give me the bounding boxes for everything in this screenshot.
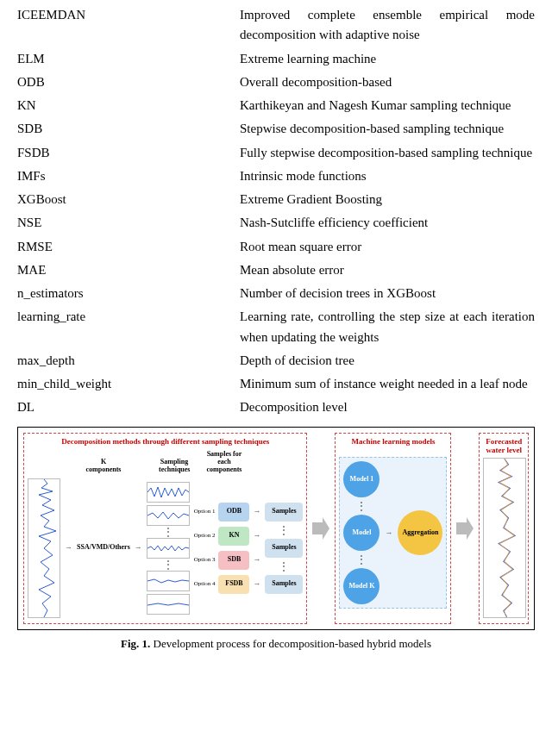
arrow-icon: → [253,506,260,518]
kcomponents-header: K components [83,459,124,474]
panel-ml-title: Machine learning models [339,437,447,447]
sampling-option-row: Option 2KN→ [194,527,261,546]
panel-decomposition-title: Decomposition methods through different … [28,437,303,447]
table-row: MAEMean absolute error [17,259,535,282]
abbrev-definition: Root mean square error [240,235,535,259]
table-row: learning_rateLearning rate, controlling … [17,305,535,349]
abbrev-term: RMSE [17,235,240,259]
abbrev-term: FSDB [17,141,240,165]
abbrev-term: IMFs [17,165,240,188]
abbrev-definition: Number of decision trees in XGBoost [240,282,535,305]
model-column: Model 1 ⋮ Model ⋮ Model K [343,461,380,604]
abbrev-definition: Intrinsic mode functions [240,165,535,188]
table-row: ELMExtreme learning machine [17,47,535,71]
k-components-column: ⋮ ⋮ [147,482,190,615]
table-row: IMFsIntrinsic mode functions [17,165,535,188]
table-row: ICEEMDANImproved complete ensemble empir… [17,3,535,47]
sampling-box-kn: KN [218,527,249,546]
abbrev-definition: Nash-Sutcliffe efficiency coefficient [240,211,535,234]
figure-caption-text: Development process for decomposition-ba… [150,637,431,650]
abbrev-definition: Stepwise decomposition-based sampling te… [240,117,535,141]
abbrev-term: ICEEMDAN [17,3,240,47]
sampling-header: Sampling techniques [159,459,190,474]
abbrev-definition: Fully stepwise decomposition-based sampl… [240,141,535,165]
abbrev-definition: Extreme learning machine [240,47,535,71]
table-row: NSENash-Sutcliffe efficiency coefficient [17,211,535,234]
panel-ml-models: Machine learning models Model 1 ⋮ Model … [335,433,451,624]
abbrev-term: SDB [17,117,240,141]
arrow-icon: → [65,542,72,554]
table-row: SDBStepwise decomposition-based sampling… [17,117,535,141]
abbrev-term: MAE [17,259,240,282]
table-row: FSDBFully stepwise decomposition-based s… [17,141,535,165]
ellipsis-icon: ⋮ [163,561,173,568]
panel-decomposition: Decomposition methods through different … [23,433,307,624]
abbrev-term: DL [17,396,240,419]
table-row: min_child_weightMinimum sum of instance … [17,372,535,396]
samples-box: Samples [265,503,303,522]
component-plot [147,538,190,559]
abbrev-definition: Depth of decision tree [240,349,535,372]
abbrev-definition: Improved complete ensemble empirical mod… [240,3,535,47]
component-plot [147,571,190,591]
sampling-options-column: Option 1ODB→Option 2KN→Option 3SDB→Optio… [194,503,261,594]
model-node: Model K [343,568,380,604]
abbrev-term: XGBoost [17,188,240,211]
abbrev-definition: Extreme Gradient Boosting [240,188,535,211]
sampling-box-odb: ODB [218,503,249,522]
model-node: Model 1 [343,461,380,497]
panel-output: Forecasted water level [479,433,529,624]
samples-box: Samples [265,575,303,594]
samples-column: Samples ⋮ Samples ⋮ Samples [265,503,303,594]
samples-box: Samples [265,539,303,558]
figure-1: Decomposition methods through different … [17,427,535,630]
sampling-option-row: Option 1ODB→ [194,503,261,522]
ellipsis-icon: ⋮ [356,503,367,509]
abbreviation-table: ICEEMDANImproved complete ensemble empir… [17,3,535,420]
arrow-icon: → [253,554,260,566]
arrow-icon: → [253,578,260,590]
ellipsis-icon: ⋮ [279,563,289,570]
option-label: Option 2 [194,531,216,540]
sampling-option-row: Option 4FSDB→ [194,575,261,594]
table-row: RMSERoot mean square error [17,235,535,259]
abbrev-term: KN [17,94,240,117]
table-row: DLDecomposition level [17,396,535,419]
abbrev-term: ELM [17,47,240,71]
abbrev-definition: Overall decomposition-based [240,71,535,94]
panel-output-title: Forecasted water level [483,437,524,456]
output-signal-plot [483,458,526,618]
arrow-icon: → [385,528,392,540]
arrow-icon: → [253,530,260,542]
figure-caption-label: Fig. 1. [121,637,150,650]
arrow-right-icon [456,433,474,624]
arrow-right-icon [312,433,329,624]
abbrev-definition: Minimum sum of instance weight needed in… [240,372,535,396]
samples-header: Samples for each components [205,451,243,473]
abbrev-term: learning_rate [17,305,240,349]
model-node: Model [343,515,380,551]
aggregation-node: Aggregation [398,510,442,555]
abbrev-term: n_estimators [17,282,240,305]
table-row: XGBoostExtreme Gradient Boosting [17,188,535,211]
option-label: Option 3 [194,555,216,565]
sampling-box-sdb: SDB [218,551,249,570]
ellipsis-icon: ⋮ [356,556,367,563]
arrow-icon: → [135,542,142,554]
abbrev-definition: Mean absolute error [240,259,535,282]
abbrev-term: ODB [17,71,240,94]
abbrev-term: NSE [17,211,240,234]
component-plot [147,594,190,615]
svg-marker-0 [312,517,329,540]
abbrev-definition: Karthikeyan and Nagesh Kumar sampling te… [240,94,535,117]
abbrev-term: min_child_weight [17,372,240,396]
abbreviation-tbody: ICEEMDANImproved complete ensemble empir… [17,3,535,420]
sampling-box-fsdb: FSDB [218,575,249,594]
abbrev-definition: Learning rate, controlling the step size… [240,305,535,349]
svg-marker-1 [456,517,474,540]
abbrev-term: max_depth [17,349,240,372]
sampling-option-row: Option 3SDB→ [194,551,261,570]
input-signal-plot [28,478,60,618]
table-row: KNKarthikeyan and Nagesh Kumar sampling … [17,94,535,117]
ellipsis-icon: ⋮ [279,527,289,534]
